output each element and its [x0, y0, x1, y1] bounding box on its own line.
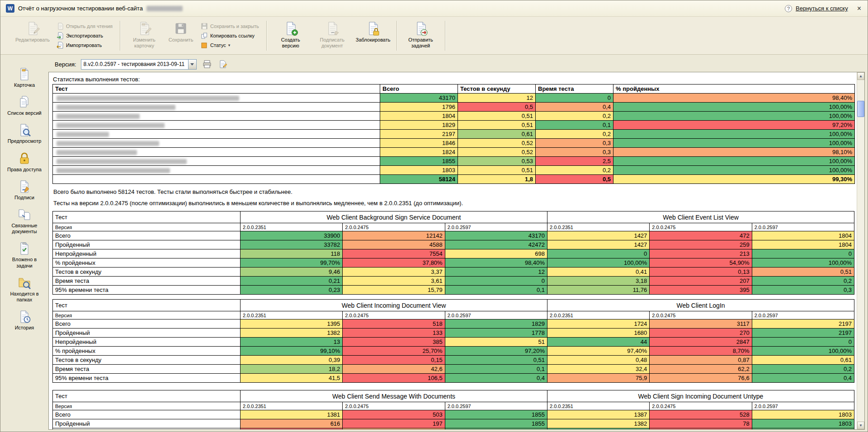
metric-label-cell: Пройденный: [53, 419, 241, 428]
metric-value-cell: 78: [650, 419, 752, 428]
stats-value-cell: 1855: [380, 157, 458, 166]
metric-value-cell: 528: [650, 410, 752, 419]
metric-value-cell: 3117: [650, 319, 752, 329]
metric-value-cell: 0,48: [547, 356, 650, 365]
group-title-cell: Web Client LogIn: [547, 300, 854, 311]
metric-value-cell: 9,46: [241, 268, 343, 277]
vertical-scrollbar[interactable]: ▲ ▼: [857, 72, 864, 429]
sidebar-item-card[interactable]: Карточка: [2, 67, 47, 88]
scroll-down-button[interactable]: ▼: [857, 422, 864, 429]
comparison-row: Всего33900121424317014274721804: [53, 231, 854, 240]
metric-value-cell: 18,2: [241, 365, 343, 374]
import-button[interactable]: Импортировать: [55, 41, 114, 50]
stats-value-cell: 100,00%: [613, 139, 855, 148]
stats-row: 18030,510,2100,00%: [53, 166, 855, 175]
metric-label-cell: Пройденный: [53, 240, 241, 249]
metric-value-cell: 13: [241, 338, 343, 347]
metric-value-cell: 1803: [752, 419, 854, 428]
metric-value-cell: 616: [241, 419, 343, 428]
version-select[interactable]: 8.v2.0.0.2597 - тестирования 2013-09-11: [81, 59, 197, 70]
copy-link-button[interactable]: Копировать ссылку: [199, 31, 261, 40]
card-icon: [18, 67, 31, 81]
group-title-cell: Web Client Background Sign Service Docum…: [241, 211, 547, 223]
sidebar-item-related-documents[interactable]: Связанные документы: [2, 208, 47, 235]
metric-value-cell: 3,37: [343, 268, 445, 277]
comparison-row: Тестов в секунду9,463,37120,410,130,51: [53, 268, 854, 277]
stats-value-cell: 0,2: [536, 112, 613, 121]
metric-value-cell: 42,6: [343, 365, 445, 374]
scrollbar-thumb[interactable]: [857, 101, 864, 117]
lock-button[interactable]: Заблокировать: [354, 19, 392, 52]
sidebar-item-access-rights[interactable]: Права доступа: [2, 152, 47, 173]
metric-value-cell: 765: [241, 428, 343, 430]
stats-row: 18290,510,197,20%: [53, 121, 855, 130]
metric-value-cell: 25: [547, 428, 650, 430]
sidebar-item-history[interactable]: История: [2, 310, 47, 331]
sidebar-item-located-in-folders[interactable]: Находится в папках: [2, 276, 47, 303]
print-button[interactable]: [201, 59, 213, 69]
help-icon[interactable]: ?: [785, 5, 792, 12]
stats-value-cell: 100,00%: [613, 157, 855, 166]
sidebar-item-version-list[interactable]: Список версий: [2, 95, 47, 116]
total-value-cell: 99,30%: [613, 175, 855, 184]
send-task-button-label: Отправить задачей: [403, 37, 439, 49]
metric-value-cell: 76,6: [650, 374, 752, 383]
word-document-icon: W: [6, 4, 14, 13]
preview-settings-button[interactable]: [217, 59, 228, 69]
edit-card-icon: [137, 21, 151, 36]
stats-header-cell: Всего: [380, 85, 458, 94]
comparison-test-header: Тест: [53, 390, 241, 402]
stats-value-cell: 100,00%: [613, 103, 855, 112]
sidebar-item-preview[interactable]: Предпросмотр: [2, 123, 47, 144]
create-version-button[interactable]: Создать версию: [271, 19, 310, 52]
scrollbar-track[interactable]: [857, 80, 864, 422]
metric-value-cell: 0,1: [445, 365, 547, 374]
metric-value-cell: 106,5: [343, 374, 445, 383]
comparison-row: Время теста18,242,60,132,462,20,2: [53, 365, 854, 374]
comparison-paragraph: Тесты на версии 2.0.0.2475 (после оптими…: [53, 200, 853, 207]
combo-dropdown-icon[interactable]: [188, 60, 196, 69]
comparison-row: Всего1381503185513875281803: [53, 410, 854, 419]
version-cell: 2.0.0.2351: [547, 402, 650, 410]
metric-value-cell: 41,5: [241, 374, 343, 383]
metric-label-cell: Непройденный: [53, 428, 241, 430]
test-name-cell: [53, 157, 380, 166]
sidebar-item-history-label: История: [15, 325, 34, 331]
metric-label-cell: Время теста: [53, 365, 241, 374]
comparison-row: Пройденный61619718551382781803: [53, 419, 854, 428]
sidebar-item-attached-to-tasks[interactable]: Вложено в задачи: [2, 242, 47, 268]
comparison-title-row: ТестWeb Client Send Message With Documen…: [53, 390, 854, 402]
metric-value-cell: 270: [650, 329, 752, 338]
metric-value-cell: 33782: [241, 240, 343, 249]
redacted-test-name: [57, 114, 140, 119]
printer-icon: [203, 60, 212, 68]
metric-value-cell: 518: [343, 319, 445, 329]
close-icon[interactable]: ×: [857, 5, 861, 12]
stats-value-cell: 0,4: [536, 103, 613, 112]
version-cell: 2.0.0.2475: [650, 402, 752, 410]
metric-value-cell: 0,21: [241, 277, 343, 286]
test-name-cell: [53, 130, 380, 139]
metric-value-cell: 0: [445, 428, 547, 430]
metric-value-cell: 0,51: [445, 356, 547, 365]
stats-value-cell: 0,52: [458, 139, 536, 148]
stats-value-cell: 1804: [380, 112, 458, 121]
stats-header-row: ТестВсегоТестов в секундуВремя теста% пр…: [53, 85, 855, 94]
version-row-label: Версия: [53, 311, 241, 319]
metric-value-cell: 100,00%: [752, 347, 854, 356]
comparison-title-row: ТестWeb Client Incoming Document ViewWeb…: [53, 300, 854, 311]
metric-value-cell: 1427: [547, 231, 650, 240]
send-task-button[interactable]: Отправить задачей: [401, 19, 440, 52]
export-button[interactable]: Экспортировать: [55, 31, 114, 40]
metric-value-cell: 4588: [343, 240, 445, 249]
redacted-test-name: [57, 168, 170, 173]
status-button[interactable]: Статус▾: [199, 41, 261, 50]
scroll-up-button[interactable]: ▲: [857, 72, 864, 80]
comparison-row: % пройденных99,10%25,70%97,20%97,40%8,70…: [53, 347, 854, 356]
sidebar-item-signatures[interactable]: Подписи: [2, 180, 47, 201]
stats-row: 18040,510,2100,00%: [53, 112, 855, 121]
test-name-cell: [53, 112, 380, 121]
send-task-icon: [414, 21, 428, 36]
back-to-list-link[interactable]: Вернуться к списку: [796, 5, 848, 12]
version-cell: 2.0.0.2597: [752, 223, 854, 231]
